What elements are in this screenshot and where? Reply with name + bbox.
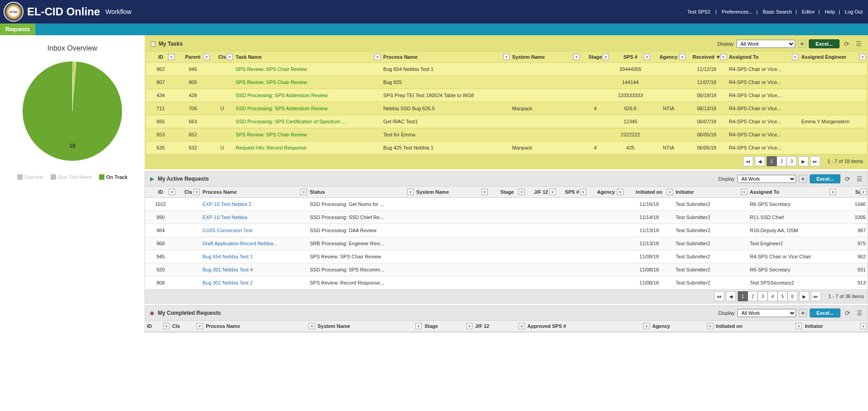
filter-icon[interactable]: ▾ <box>466 323 472 329</box>
filter-icon[interactable]: ▾ <box>860 189 867 195</box>
preferences-link[interactable]: Preferences... <box>722 9 753 14</box>
pager-page[interactable]: 2 <box>777 156 787 166</box>
filter-icon[interactable]: ▾ <box>301 189 307 195</box>
pager-page[interactable]: 2 <box>748 291 758 301</box>
pager-last[interactable]: ⏭ <box>810 156 820 166</box>
tab-requests[interactable]: Requests <box>0 23 35 35</box>
filter-icon[interactable]: ▾ <box>707 323 713 329</box>
filter-icon[interactable]: ▾ <box>415 323 422 329</box>
task-link[interactable]: SSD Processing: SPS Addendum Review <box>236 93 327 98</box>
col-header[interactable]: Cls▾ <box>211 51 234 63</box>
table-row[interactable]: 984CoSS Conversion TestSSD Processing: D… <box>145 224 868 237</box>
filter-icon[interactable]: ▾ <box>193 189 200 195</box>
excel-button[interactable]: Excel... <box>809 39 840 48</box>
menu-icon[interactable]: ☰ <box>855 174 864 183</box>
legend-overdue[interactable]: Overdue <box>24 174 43 180</box>
col-header[interactable]: Assigned Engineer▾ <box>799 51 867 63</box>
process-link[interactable]: EXP-10 Test Nebbia 2 <box>203 201 251 207</box>
col-header[interactable]: J/F 12▾ <box>473 321 526 332</box>
menu-icon[interactable]: ☰ <box>855 308 864 318</box>
col-header[interactable]: Initiator▾ <box>674 187 748 198</box>
legend-due-this-week[interactable]: Due This Week <box>58 174 92 180</box>
process-link[interactable]: CoSS Conversion Test <box>203 228 252 233</box>
filter-icon[interactable]: ▾ <box>643 323 650 329</box>
excel-button[interactable]: Excel... <box>810 174 840 183</box>
pager-next[interactable]: ▶ <box>799 291 809 301</box>
pager-last[interactable]: ⏭ <box>811 291 821 301</box>
table-row[interactable]: 1022EXP-10 Test Nebbia 2SSD Processing: … <box>145 198 868 211</box>
col-header[interactable]: ID▾ <box>145 321 170 332</box>
table-row[interactable]: 908Bug 301 Nebbia Test 2SPS Review: Reco… <box>145 276 868 290</box>
pager-page[interactable]: 1 <box>767 156 777 166</box>
col-header[interactable]: ID▾ <box>145 187 176 198</box>
filter-icon[interactable]: ▾ <box>679 54 685 60</box>
filter-icon[interactable]: ▾ <box>203 54 210 60</box>
filter-icon[interactable]: ▾ <box>503 54 509 60</box>
pager-page[interactable]: 5 <box>778 291 788 301</box>
pager-next[interactable]: ▶ <box>798 156 808 166</box>
col-header[interactable]: Initiator▾ <box>803 321 868 332</box>
process-link[interactable]: Draft Application Record Nebbia... <box>203 241 278 246</box>
col-header[interactable]: Initiated on▾ <box>624 187 674 198</box>
table-row[interactable]: 635632URequest Info: Record ResponseBug … <box>146 141 867 154</box>
filter-icon[interactable]: ▾ <box>226 54 233 60</box>
filter-icon[interactable]: ▾ <box>830 189 836 195</box>
display-select[interactable]: All Work <box>737 309 796 317</box>
add-button[interactable]: + <box>799 309 807 317</box>
filter-icon[interactable]: ▾ <box>168 54 175 60</box>
col-header[interactable]: Approved SPS #▾ <box>526 321 651 332</box>
pager-prev[interactable]: ◀ <box>726 291 736 301</box>
task-link[interactable]: SSD Processing: SPS Certification of Spe… <box>236 119 346 124</box>
table-row[interactable]: 653652SPS Review: SPS Chair ReviewTest f… <box>146 128 867 141</box>
filter-icon[interactable]: ▾ <box>792 54 798 60</box>
col-header[interactable]: Agency▾ <box>651 321 714 332</box>
col-header[interactable]: Parent▾ <box>175 51 211 63</box>
filter-icon[interactable]: ▾ <box>374 54 381 60</box>
table-row[interactable]: 434428SSD Processing: SPS Addendum Revie… <box>146 89 867 102</box>
filter-icon[interactable]: ▾ <box>197 323 203 329</box>
col-header[interactable]: Cls▾ <box>176 187 201 198</box>
task-link[interactable]: Request Info: Record Response <box>236 145 307 150</box>
filter-icon[interactable]: ▾ <box>603 54 609 60</box>
col-header[interactable]: Agency▾ <box>651 51 686 63</box>
pager-page[interactable]: 3 <box>758 291 768 301</box>
display-select[interactable]: All Work <box>736 40 795 48</box>
col-header[interactable]: Stage▾ <box>489 187 526 198</box>
filter-icon[interactable]: ▾ <box>617 189 623 195</box>
filter-icon[interactable]: ▾ <box>163 323 170 329</box>
refresh-icon[interactable]: ⟳ <box>843 174 852 183</box>
refresh-icon[interactable]: ⟳ <box>843 308 852 318</box>
col-header[interactable]: System Name▾ <box>316 321 423 332</box>
col-header[interactable]: SPS #▾ <box>610 51 651 63</box>
task-link[interactable]: SPS Review: SPS Chair Review <box>236 66 307 72</box>
display-select[interactable]: All Work <box>737 175 796 183</box>
pager-page[interactable]: 3 <box>787 156 797 166</box>
col-header[interactable]: Process Name▾ <box>201 187 308 198</box>
col-header[interactable]: ID▾ <box>146 51 175 63</box>
help-link[interactable]: Help <box>825 9 835 14</box>
table-row[interactable]: 962945SPS Review: SPS Chair ReviewBug 65… <box>146 63 867 76</box>
pager-page[interactable]: 1 <box>738 291 748 301</box>
filter-icon[interactable]: ▾ <box>859 54 866 60</box>
table-row[interactable]: 945Bug 654 Nebbia Test 1SPS Review: SPS … <box>145 250 868 263</box>
table-row[interactable]: 807805SPS Review: SPS Chair ReviewBug 82… <box>146 76 867 89</box>
task-link[interactable]: SSD Processing: SPS Addendum Review <box>236 106 327 111</box>
table-row[interactable]: 920Bug 301 Nebbia Test 4SSD Processing: … <box>145 263 868 276</box>
process-link[interactable]: Bug 301 Nebbia Test 2 <box>203 280 253 285</box>
col-header[interactable]: Agency▾ <box>587 187 624 198</box>
excel-button[interactable]: Excel... <box>810 308 840 318</box>
col-header[interactable]: SPS #▾ <box>557 187 587 198</box>
process-link[interactable]: Bug 654 Nebbia Test 1 <box>203 254 253 259</box>
filter-icon[interactable]: ▾ <box>741 189 747 195</box>
filter-icon[interactable]: ▾ <box>573 54 580 60</box>
menu-icon[interactable]: ☰ <box>854 39 863 48</box>
legend-on-track[interactable]: On Track <box>106 174 127 180</box>
pager-page[interactable]: 4 <box>768 291 778 301</box>
pager-first[interactable]: ⏮ <box>743 156 753 166</box>
table-row[interactable]: 711706USSD Processing: SPS Addendum Revi… <box>146 102 867 115</box>
filter-icon[interactable]: ▾ <box>481 189 488 195</box>
inbox-pie-chart[interactable]: 18 <box>23 61 122 161</box>
add-button[interactable]: + <box>799 175 807 183</box>
col-header[interactable]: Process Name▾ <box>382 51 510 63</box>
col-header[interactable]: Stage▾ <box>423 321 473 332</box>
